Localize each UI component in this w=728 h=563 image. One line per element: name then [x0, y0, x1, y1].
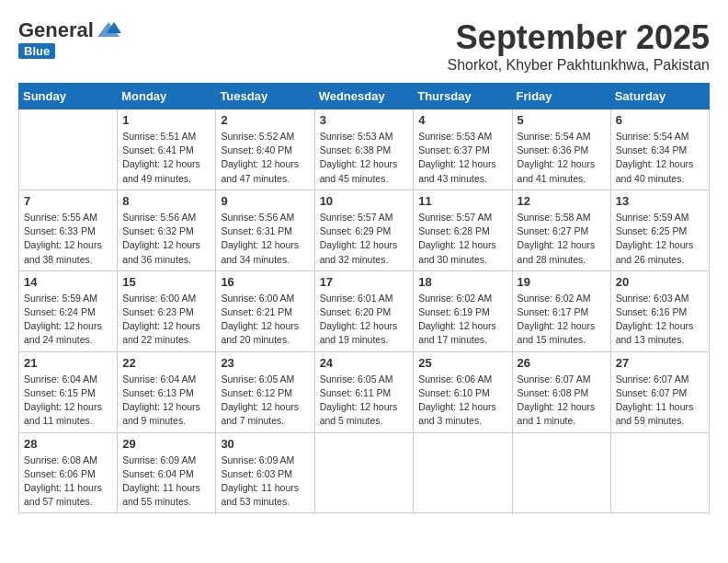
day-info: Sunrise: 5:56 AMSunset: 6:32 PMDaylight:… — [122, 211, 210, 267]
calendar-cell: 14Sunrise: 5:59 AMSunset: 6:24 PMDayligh… — [19, 270, 118, 351]
weekday-header-thursday: Thursday — [414, 84, 512, 109]
day-info: Sunrise: 6:05 AMSunset: 6:12 PMDaylight:… — [221, 373, 309, 429]
day-info: Sunrise: 5:54 AMSunset: 6:34 PMDaylight:… — [616, 130, 704, 186]
calendar-cell: 10Sunrise: 5:57 AMSunset: 6:29 PMDayligh… — [314, 190, 414, 270]
calendar-cell: 27Sunrise: 6:07 AMSunset: 6:07 PMDayligh… — [610, 351, 709, 432]
weekday-header-friday: Friday — [512, 84, 610, 109]
day-number: 1 — [122, 113, 210, 127]
day-info: Sunrise: 6:09 AMSunset: 6:03 PMDaylight:… — [221, 454, 309, 510]
day-number: 19 — [518, 275, 606, 289]
calendar-cell: 17Sunrise: 6:01 AMSunset: 6:20 PMDayligh… — [314, 270, 414, 351]
day-number: 17 — [320, 275, 409, 289]
calendar-cell: 22Sunrise: 6:04 AMSunset: 6:13 PMDayligh… — [118, 351, 216, 432]
day-info: Sunrise: 6:02 AMSunset: 6:17 PMDaylight:… — [518, 292, 606, 348]
calendar-week-row: 1Sunrise: 5:51 AMSunset: 6:41 PMDaylight… — [19, 109, 710, 190]
day-info: Sunrise: 6:01 AMSunset: 6:20 PMDaylight:… — [320, 292, 409, 348]
calendar-cell: 2Sunrise: 5:52 AMSunset: 6:40 PMDaylight… — [216, 109, 314, 190]
day-info: Sunrise: 5:56 AMSunset: 6:31 PMDaylight:… — [221, 211, 309, 267]
day-number: 16 — [221, 275, 309, 289]
calendar-cell: 9Sunrise: 5:56 AMSunset: 6:31 PMDaylight… — [216, 190, 314, 270]
weekday-header-wednesday: Wednesday — [314, 84, 414, 109]
day-info: Sunrise: 6:05 AMSunset: 6:11 PMDaylight:… — [320, 373, 409, 429]
day-number: 29 — [122, 437, 210, 451]
calendar-cell — [610, 432, 709, 513]
day-number: 9 — [221, 194, 309, 208]
day-info: Sunrise: 5:58 AMSunset: 6:27 PMDaylight:… — [518, 211, 606, 267]
month-title: September 2025 — [448, 18, 711, 57]
calendar-cell: 13Sunrise: 5:59 AMSunset: 6:25 PMDayligh… — [610, 190, 709, 270]
day-number: 14 — [24, 275, 112, 289]
day-number: 24 — [320, 356, 409, 370]
day-info: Sunrise: 5:55 AMSunset: 6:33 PMDaylight:… — [24, 211, 112, 267]
day-number: 21 — [24, 356, 112, 370]
day-info: Sunrise: 6:09 AMSunset: 6:04 PMDaylight:… — [122, 454, 210, 510]
calendar-cell: 12Sunrise: 5:58 AMSunset: 6:27 PMDayligh… — [512, 190, 610, 270]
weekday-header-monday: Monday — [118, 84, 216, 109]
day-number: 26 — [518, 356, 606, 370]
day-info: Sunrise: 6:08 AMSunset: 6:06 PMDaylight:… — [24, 454, 112, 510]
day-info: Sunrise: 5:54 AMSunset: 6:36 PMDaylight:… — [518, 130, 606, 186]
calendar-week-row: 7Sunrise: 5:55 AMSunset: 6:33 PMDaylight… — [19, 190, 710, 270]
day-info: Sunrise: 5:59 AMSunset: 6:25 PMDaylight:… — [616, 211, 704, 267]
calendar-cell: 18Sunrise: 6:02 AMSunset: 6:19 PMDayligh… — [414, 270, 512, 351]
day-number: 20 — [616, 275, 704, 289]
day-info: Sunrise: 5:59 AMSunset: 6:24 PMDaylight:… — [24, 292, 112, 348]
calendar-cell: 11Sunrise: 5:57 AMSunset: 6:28 PMDayligh… — [414, 190, 512, 270]
calendar-cell: 26Sunrise: 6:07 AMSunset: 6:08 PMDayligh… — [512, 351, 610, 432]
day-number: 4 — [418, 113, 506, 127]
logo: General Blue — [18, 18, 121, 59]
day-info: Sunrise: 6:07 AMSunset: 6:07 PMDaylight:… — [616, 373, 704, 429]
weekday-header-saturday: Saturday — [610, 84, 709, 109]
calendar-cell: 30Sunrise: 6:09 AMSunset: 6:03 PMDayligh… — [216, 432, 314, 513]
day-number: 7 — [24, 194, 112, 208]
calendar-cell: 15Sunrise: 6:00 AMSunset: 6:23 PMDayligh… — [118, 270, 216, 351]
day-number: 18 — [418, 275, 506, 289]
weekday-header-sunday: Sunday — [19, 84, 118, 109]
calendar-cell: 19Sunrise: 6:02 AMSunset: 6:17 PMDayligh… — [512, 270, 610, 351]
calendar-table: SundayMondayTuesdayWednesdayThursdayFrid… — [18, 83, 710, 513]
day-info: Sunrise: 6:02 AMSunset: 6:19 PMDaylight:… — [418, 292, 506, 348]
day-number: 27 — [616, 356, 704, 370]
day-number: 6 — [616, 113, 704, 127]
calendar-cell: 24Sunrise: 6:05 AMSunset: 6:11 PMDayligh… — [314, 351, 414, 432]
calendar-cell: 21Sunrise: 6:04 AMSunset: 6:15 PMDayligh… — [19, 351, 118, 432]
day-number: 5 — [518, 113, 606, 127]
day-info: Sunrise: 5:53 AMSunset: 6:38 PMDaylight:… — [320, 130, 409, 186]
calendar-cell: 28Sunrise: 6:08 AMSunset: 6:06 PMDayligh… — [19, 432, 118, 513]
day-info: Sunrise: 5:57 AMSunset: 6:28 PMDaylight:… — [418, 211, 506, 267]
weekday-header-tuesday: Tuesday — [216, 84, 314, 109]
day-number: 3 — [320, 113, 409, 127]
day-info: Sunrise: 5:51 AMSunset: 6:41 PMDaylight:… — [122, 130, 210, 186]
day-info: Sunrise: 6:00 AMSunset: 6:23 PMDaylight:… — [122, 292, 210, 348]
day-number: 10 — [320, 194, 409, 208]
calendar-cell — [314, 432, 414, 513]
page-header: General Blue September 2025 Shorkot, Khy… — [18, 18, 710, 74]
day-number: 12 — [518, 194, 606, 208]
calendar-cell: 3Sunrise: 5:53 AMSunset: 6:38 PMDaylight… — [314, 109, 414, 190]
logo-icon — [96, 20, 121, 40]
calendar-week-row: 28Sunrise: 6:08 AMSunset: 6:06 PMDayligh… — [19, 432, 710, 513]
calendar-week-row: 21Sunrise: 6:04 AMSunset: 6:15 PMDayligh… — [19, 351, 710, 432]
calendar-cell — [512, 432, 610, 513]
day-info: Sunrise: 6:03 AMSunset: 6:16 PMDaylight:… — [616, 292, 704, 348]
day-info: Sunrise: 5:53 AMSunset: 6:37 PMDaylight:… — [418, 130, 506, 186]
weekday-header-row: SundayMondayTuesdayWednesdayThursdayFrid… — [19, 84, 710, 109]
calendar-cell: 16Sunrise: 6:00 AMSunset: 6:21 PMDayligh… — [216, 270, 314, 351]
calendar-cell: 5Sunrise: 5:54 AMSunset: 6:36 PMDaylight… — [512, 109, 610, 190]
calendar-cell: 25Sunrise: 6:06 AMSunset: 6:10 PMDayligh… — [414, 351, 512, 432]
day-info: Sunrise: 5:57 AMSunset: 6:29 PMDaylight:… — [320, 211, 409, 267]
day-number: 8 — [122, 194, 210, 208]
day-number: 25 — [418, 356, 506, 370]
calendar-cell: 6Sunrise: 5:54 AMSunset: 6:34 PMDaylight… — [610, 109, 709, 190]
day-info: Sunrise: 5:52 AMSunset: 6:40 PMDaylight:… — [221, 130, 309, 186]
day-number: 13 — [616, 194, 704, 208]
logo-general: General — [18, 18, 94, 42]
day-info: Sunrise: 6:00 AMSunset: 6:21 PMDaylight:… — [221, 292, 309, 348]
location-text: Shorkot, Khyber Pakhtunkhwa, Pakistan — [448, 57, 711, 74]
day-number: 23 — [221, 356, 309, 370]
calendar-cell — [414, 432, 512, 513]
logo-blue-text: Blue — [18, 43, 55, 59]
calendar-cell: 20Sunrise: 6:03 AMSunset: 6:16 PMDayligh… — [610, 270, 709, 351]
day-info: Sunrise: 6:07 AMSunset: 6:08 PMDaylight:… — [518, 373, 606, 429]
calendar-cell: 23Sunrise: 6:05 AMSunset: 6:12 PMDayligh… — [216, 351, 314, 432]
